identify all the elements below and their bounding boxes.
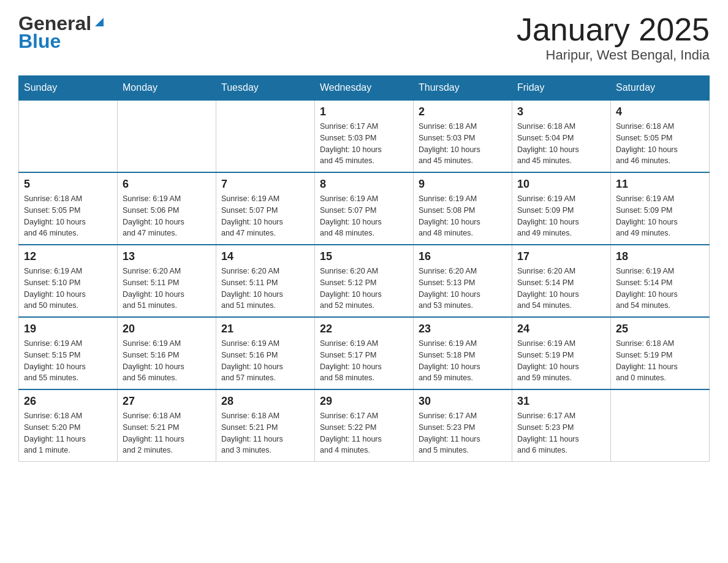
calendar-cell: 25Sunrise: 6:18 AMSunset: 5:19 PMDayligh… [611, 317, 710, 389]
calendar-week-1: 1Sunrise: 6:17 AMSunset: 5:03 PMDaylight… [19, 100, 710, 172]
day-number: 13 [123, 250, 211, 263]
day-number: 22 [320, 323, 408, 335]
day-number: 31 [517, 395, 605, 408]
calendar-header-monday: Monday [118, 76, 216, 101]
day-info: Sunrise: 6:19 AMSunset: 5:16 PMDaylight:… [221, 338, 309, 384]
day-info: Sunrise: 6:19 AMSunset: 5:19 PMDaylight:… [517, 338, 605, 384]
day-number: 1 [320, 105, 408, 118]
day-number: 4 [616, 105, 704, 118]
day-number: 8 [320, 178, 408, 191]
day-number: 9 [419, 178, 507, 191]
day-info: Sunrise: 6:17 AMSunset: 5:23 PMDaylight:… [419, 410, 507, 456]
calendar-cell: 15Sunrise: 6:20 AMSunset: 5:12 PMDayligh… [315, 245, 414, 317]
day-info: Sunrise: 6:18 AMSunset: 5:19 PMDaylight:… [616, 338, 704, 384]
page-subtitle: Haripur, West Bengal, India [517, 47, 710, 63]
calendar-cell: 6Sunrise: 6:19 AMSunset: 5:06 PMDaylight… [118, 172, 216, 245]
day-number: 18 [616, 250, 704, 263]
day-info: Sunrise: 6:19 AMSunset: 5:17 PMDaylight:… [320, 338, 408, 384]
page-title: January 2025 [517, 12, 710, 47]
calendar-header-friday: Friday [512, 76, 611, 101]
calendar-cell: 27Sunrise: 6:18 AMSunset: 5:21 PMDayligh… [118, 389, 216, 462]
day-number: 16 [419, 250, 507, 263]
day-info: Sunrise: 6:19 AMSunset: 5:09 PMDaylight:… [517, 193, 605, 239]
calendar-cell [118, 100, 216, 172]
calendar-cell: 4Sunrise: 6:18 AMSunset: 5:05 PMDaylight… [611, 100, 710, 172]
logo-triangle-icon [93, 15, 106, 29]
day-info: Sunrise: 6:18 AMSunset: 5:05 PMDaylight:… [24, 193, 112, 239]
day-info: Sunrise: 6:19 AMSunset: 5:14 PMDaylight:… [616, 266, 704, 312]
day-info: Sunrise: 6:19 AMSunset: 5:08 PMDaylight:… [419, 193, 507, 239]
day-info: Sunrise: 6:19 AMSunset: 5:09 PMDaylight:… [616, 193, 704, 239]
calendar-cell: 2Sunrise: 6:18 AMSunset: 5:03 PMDaylight… [414, 100, 512, 172]
page-header: General Blue January 2025 Haripur, West … [18, 12, 710, 63]
logo-blue: Blue [18, 30, 61, 53]
day-number: 15 [320, 250, 408, 263]
calendar-cell: 13Sunrise: 6:20 AMSunset: 5:11 PMDayligh… [118, 245, 216, 317]
day-number: 30 [419, 395, 507, 408]
day-info: Sunrise: 6:20 AMSunset: 5:14 PMDaylight:… [517, 266, 605, 312]
calendar-cell: 9Sunrise: 6:19 AMSunset: 5:08 PMDaylight… [414, 172, 512, 245]
calendar-header-saturday: Saturday [611, 76, 710, 101]
calendar-cell: 16Sunrise: 6:20 AMSunset: 5:13 PMDayligh… [414, 245, 512, 317]
calendar-week-2: 5Sunrise: 6:18 AMSunset: 5:05 PMDaylight… [19, 172, 710, 245]
day-number: 17 [517, 250, 605, 263]
day-number: 10 [517, 178, 605, 191]
day-number: 2 [419, 105, 507, 118]
calendar-cell: 24Sunrise: 6:19 AMSunset: 5:19 PMDayligh… [512, 317, 611, 389]
day-number: 26 [24, 395, 112, 408]
calendar-cell: 11Sunrise: 6:19 AMSunset: 5:09 PMDayligh… [611, 172, 710, 245]
day-info: Sunrise: 6:20 AMSunset: 5:13 PMDaylight:… [419, 266, 507, 312]
title-block: January 2025 Haripur, West Bengal, India [517, 12, 710, 63]
day-info: Sunrise: 6:19 AMSunset: 5:15 PMDaylight:… [24, 338, 112, 384]
calendar-cell: 17Sunrise: 6:20 AMSunset: 5:14 PMDayligh… [512, 245, 611, 317]
calendar-cell [216, 100, 315, 172]
day-info: Sunrise: 6:18 AMSunset: 5:03 PMDaylight:… [419, 121, 507, 167]
day-info: Sunrise: 6:19 AMSunset: 5:07 PMDaylight:… [320, 193, 408, 239]
day-info: Sunrise: 6:19 AMSunset: 5:16 PMDaylight:… [123, 338, 211, 384]
calendar-header-wednesday: Wednesday [315, 76, 414, 101]
day-number: 14 [221, 250, 309, 263]
day-info: Sunrise: 6:18 AMSunset: 5:20 PMDaylight:… [24, 410, 112, 456]
day-info: Sunrise: 6:20 AMSunset: 5:11 PMDaylight:… [221, 266, 309, 312]
calendar-cell: 28Sunrise: 6:18 AMSunset: 5:21 PMDayligh… [216, 389, 315, 462]
day-number: 20 [123, 323, 211, 335]
calendar-week-5: 26Sunrise: 6:18 AMSunset: 5:20 PMDayligh… [19, 389, 710, 462]
calendar-cell: 26Sunrise: 6:18 AMSunset: 5:20 PMDayligh… [19, 389, 118, 462]
day-number: 29 [320, 395, 408, 408]
calendar-cell: 23Sunrise: 6:19 AMSunset: 5:18 PMDayligh… [414, 317, 512, 389]
calendar-cell: 1Sunrise: 6:17 AMSunset: 5:03 PMDaylight… [315, 100, 414, 172]
calendar-cell: 19Sunrise: 6:19 AMSunset: 5:15 PMDayligh… [19, 317, 118, 389]
calendar-header-thursday: Thursday [414, 76, 512, 101]
calendar-cell: 21Sunrise: 6:19 AMSunset: 5:16 PMDayligh… [216, 317, 315, 389]
day-number: 5 [24, 178, 112, 191]
day-number: 11 [616, 178, 704, 191]
day-info: Sunrise: 6:18 AMSunset: 5:21 PMDaylight:… [123, 410, 211, 456]
day-number: 6 [123, 178, 211, 191]
day-info: Sunrise: 6:19 AMSunset: 5:18 PMDaylight:… [419, 338, 507, 384]
calendar-cell: 8Sunrise: 6:19 AMSunset: 5:07 PMDaylight… [315, 172, 414, 245]
day-number: 7 [221, 178, 309, 191]
calendar-header-tuesday: Tuesday [216, 76, 315, 101]
day-info: Sunrise: 6:17 AMSunset: 5:03 PMDaylight:… [320, 121, 408, 167]
day-info: Sunrise: 6:18 AMSunset: 5:21 PMDaylight:… [221, 410, 309, 456]
calendar-cell: 22Sunrise: 6:19 AMSunset: 5:17 PMDayligh… [315, 317, 414, 389]
calendar-cell: 14Sunrise: 6:20 AMSunset: 5:11 PMDayligh… [216, 245, 315, 317]
calendar-cell: 31Sunrise: 6:17 AMSunset: 5:23 PMDayligh… [512, 389, 611, 462]
calendar-cell: 5Sunrise: 6:18 AMSunset: 5:05 PMDaylight… [19, 172, 118, 245]
day-info: Sunrise: 6:18 AMSunset: 5:05 PMDaylight:… [616, 121, 704, 167]
calendar-cell: 7Sunrise: 6:19 AMSunset: 5:07 PMDaylight… [216, 172, 315, 245]
calendar-cell: 3Sunrise: 6:18 AMSunset: 5:04 PMDaylight… [512, 100, 611, 172]
day-info: Sunrise: 6:18 AMSunset: 5:04 PMDaylight:… [517, 121, 605, 167]
calendar-week-4: 19Sunrise: 6:19 AMSunset: 5:15 PMDayligh… [19, 317, 710, 389]
day-number: 28 [221, 395, 309, 408]
calendar-cell: 12Sunrise: 6:19 AMSunset: 5:10 PMDayligh… [19, 245, 118, 317]
day-info: Sunrise: 6:20 AMSunset: 5:12 PMDaylight:… [320, 266, 408, 312]
day-number: 27 [123, 395, 211, 408]
calendar-header-sunday: Sunday [19, 76, 118, 101]
calendar-cell [611, 389, 710, 462]
svg-marker-0 [95, 18, 104, 26]
calendar-cell: 30Sunrise: 6:17 AMSunset: 5:23 PMDayligh… [414, 389, 512, 462]
calendar-cell: 29Sunrise: 6:17 AMSunset: 5:22 PMDayligh… [315, 389, 414, 462]
day-info: Sunrise: 6:19 AMSunset: 5:07 PMDaylight:… [221, 193, 309, 239]
calendar-week-3: 12Sunrise: 6:19 AMSunset: 5:10 PMDayligh… [19, 245, 710, 317]
